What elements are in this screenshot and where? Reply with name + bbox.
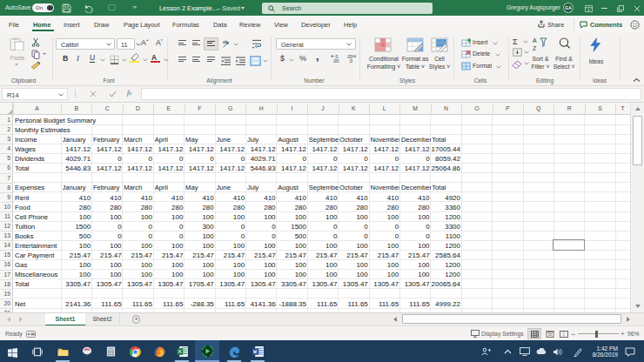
svg-text:.0: .0 [348, 58, 352, 64]
svg-text:A: A [533, 37, 537, 44]
svg-text:Z: Z [533, 45, 537, 51]
svg-text:.00: .00 [332, 58, 339, 64]
svg-text:ab: ab [223, 39, 228, 44]
